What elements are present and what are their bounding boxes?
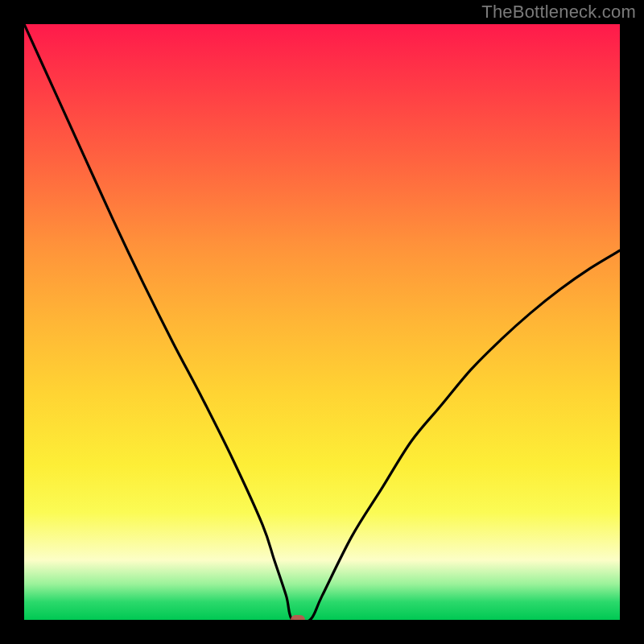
optimal-point-marker (291, 615, 305, 620)
chart-frame: TheBottleneck.com (0, 0, 644, 644)
curve-layer (24, 24, 620, 620)
bottleneck-curve (24, 24, 620, 620)
plot-area (24, 24, 620, 620)
watermark-text: TheBottleneck.com (481, 2, 636, 23)
